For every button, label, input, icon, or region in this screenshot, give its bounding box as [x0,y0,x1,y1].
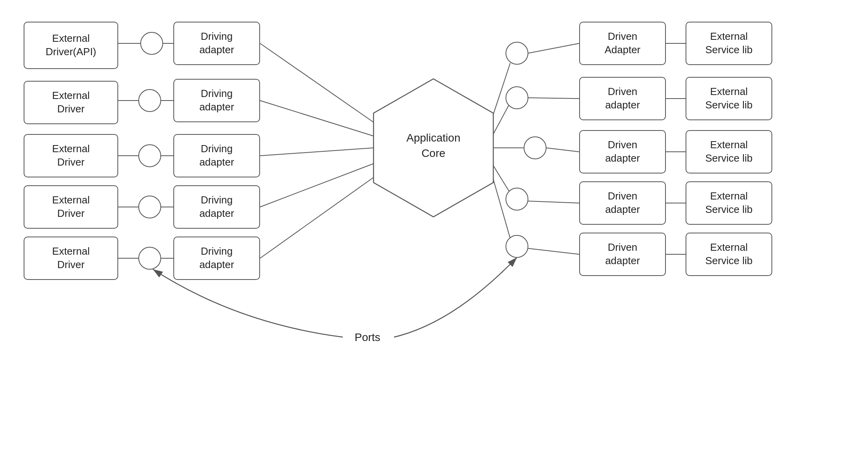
driven-adapter-5: Drivenadapter [579,233,666,276]
driving-adapter-1: Drivingadapter [173,22,260,65]
svg-point-1 [141,32,163,54]
external-service-5: ExternalService lib [686,233,772,276]
svg-point-33 [506,235,528,257]
svg-line-32 [493,179,510,239]
application-core-label: ApplicationCore [386,130,481,161]
svg-point-27 [524,137,546,159]
external-service-4: ExternalService lib [686,181,772,225]
svg-line-28 [546,148,579,152]
svg-point-30 [506,188,528,210]
diagram-container: ExternalDriver(API) ExternalDriver Exter… [0,0,868,453]
diagram-svg [0,0,868,453]
svg-line-31 [528,201,579,203]
external-service-1: ExternalService lib [686,22,772,65]
driving-adapter-2: Drivingadapter [173,79,260,122]
svg-line-25 [528,98,579,99]
svg-line-22 [528,43,579,53]
svg-line-18 [260,164,374,207]
external-driver-2: ExternalDriver [24,81,118,124]
ports-label: Ports [355,331,380,344]
driving-adapter-5: Drivingadapter [173,237,260,280]
driven-adapter-4: Drivenadapter [579,181,666,225]
driven-adapter-3: Drivenadapter [579,130,666,173]
driving-adapter-4: Drivingadapter [173,185,260,229]
svg-point-24 [506,87,528,109]
svg-point-10 [139,196,161,218]
svg-line-19 [260,177,374,258]
external-driver-3: ExternalDriver [24,134,118,177]
svg-line-17 [260,148,374,156]
driven-adapter-1: DrivenAdapter [579,22,666,65]
svg-point-21 [506,42,528,64]
svg-point-7 [139,145,161,167]
external-driver-4: ExternalDriver [24,185,118,229]
external-driver-1: ExternalDriver(API) [24,22,118,69]
external-service-3: ExternalService lib [686,130,772,173]
svg-point-13 [139,247,161,269]
driven-adapter-2: Drivenadapter [579,77,666,120]
svg-line-15 [260,43,374,122]
svg-line-16 [260,101,374,136]
external-driver-5: ExternalDriver [24,237,118,280]
driving-adapter-3: Drivingadapter [173,134,260,177]
external-service-2: ExternalService lib [686,77,772,120]
svg-point-4 [139,89,161,112]
svg-line-34 [528,248,579,254]
